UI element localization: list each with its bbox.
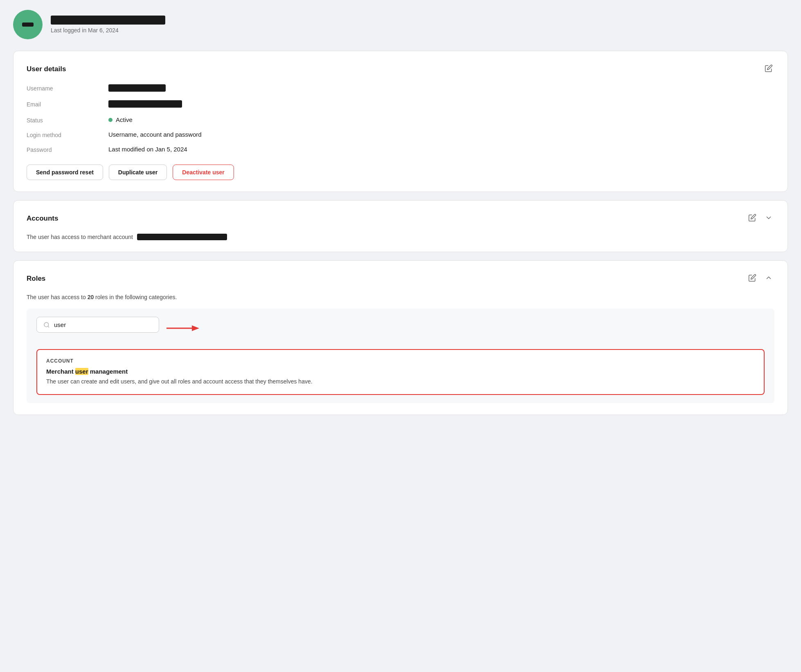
roles-title: Roles [27,275,45,283]
search-box[interactable] [36,317,159,333]
password-row: Password Last modified on Jan 5, 2024 [27,146,774,153]
email-row: Email [27,100,774,109]
edit-roles-button[interactable] [747,272,758,285]
chevron-up-icon-roles [765,274,773,283]
status-label: Status [27,116,108,124]
roles-desc-start: The user has access to [27,294,88,300]
email-value [108,100,774,109]
accounts-title: Accounts [27,214,58,223]
login-method-value: Username, account and password [108,131,774,138]
last-logged-text: Last logged in Mar 6, 2024 [51,27,165,34]
login-method-row: Login method Username, account and passw… [27,131,774,138]
pencil-icon [765,64,773,74]
action-buttons-row: Send password reset Duplicate user Deact… [27,165,774,180]
chevron-down-icon-accounts [765,214,773,223]
arrow-annotation [162,322,199,336]
username-row: Username [27,84,774,93]
username-label: Username [27,84,108,92]
roles-card: Roles The user has access to 20 roles in… [13,260,788,415]
accounts-desc-text: The user has access to merchant account [27,234,133,240]
roles-actions [747,272,774,285]
user-details-title: User details [27,65,66,73]
status-row: Status Active [27,116,774,124]
pencil-icon-roles [748,274,756,283]
svg-line-1 [48,326,49,327]
user-name-redacted [51,16,165,25]
roles-count: 20 [88,294,94,300]
status-value: Active [108,116,774,123]
role-title-highlight: user [75,368,88,375]
user-details-actions [763,63,774,75]
send-password-reset-button[interactable]: Send password reset [27,165,103,180]
user-details-card: User details Username Email Status Activ… [13,51,788,192]
login-method-label: Login method [27,131,108,138]
role-title-before: Merchant [46,368,75,375]
roles-desc-end: roles in the following categories. [94,294,177,300]
roles-inner-section: ACCOUNT Merchant user management The use… [27,309,774,403]
role-title-after: management [88,368,128,375]
username-redacted [108,84,166,92]
edit-accounts-button[interactable] [747,212,758,225]
email-redacted [108,100,182,108]
svg-marker-3 [192,325,199,331]
search-icon [43,322,50,328]
header-info: Last logged in Mar 6, 2024 [51,16,165,34]
account-category-label: ACCOUNT [46,358,755,364]
duplicate-user-button[interactable]: Duplicate user [109,165,167,180]
accounts-actions [747,212,774,225]
account-role-title: Merchant user management [46,368,755,375]
username-value [108,84,774,93]
email-label: Email [27,100,108,108]
svg-point-0 [44,322,49,327]
search-input[interactable] [54,321,152,328]
password-value: Last modified on Jan 5, 2024 [108,146,774,153]
user-details-header: User details [27,63,774,75]
status-dot-active [108,118,112,122]
edit-user-details-button[interactable] [763,63,774,75]
account-highlighted-section: ACCOUNT Merchant user management The use… [36,349,765,395]
avatar-icon [22,23,34,27]
roles-description: The user has access to 20 roles in the f… [27,294,774,300]
accounts-card: Accounts The user has access to merchant… [13,200,788,252]
account-role-description: The user can create and edit users, and … [46,377,755,386]
collapse-accounts-button[interactable] [763,212,774,225]
deactivate-user-button[interactable]: Deactivate user [173,165,234,180]
accounts-header: Accounts [27,212,774,225]
pencil-icon-accounts [748,214,756,223]
expand-roles-button[interactable] [763,272,774,285]
password-label: Password [27,146,108,153]
accounts-merchant-redacted [137,234,227,240]
page-header: Last logged in Mar 6, 2024 [13,10,788,39]
search-row [36,317,765,341]
accounts-description: The user has access to merchant account [27,234,774,240]
roles-header: Roles [27,272,774,285]
avatar [13,10,43,39]
status-text: Active [116,116,133,123]
